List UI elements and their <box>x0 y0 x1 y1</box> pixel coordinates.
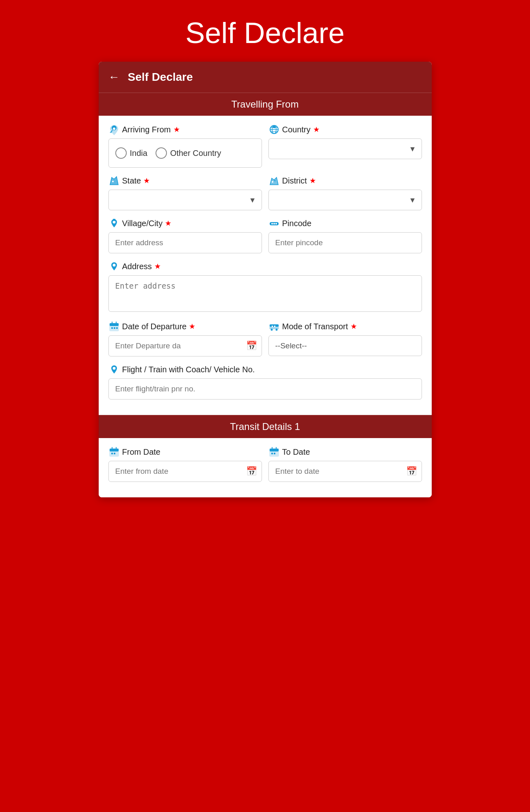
svg-point-30 <box>275 329 277 331</box>
from-date-text: From Date <box>122 447 160 457</box>
svg-point-17 <box>275 223 277 225</box>
state-select[interactable] <box>108 190 262 210</box>
other-country-radio-circle <box>156 147 167 159</box>
country-icon <box>268 124 280 135</box>
flight-col: Flight / Train with Coach/ Vehicle No. <box>108 364 422 400</box>
india-radio-label: India <box>130 149 147 158</box>
to-date-wrapper: 📅 <box>268 461 422 482</box>
address-text: Address <box>122 262 152 271</box>
pincode-label: Pincode <box>268 218 422 229</box>
svg-point-18 <box>112 264 115 267</box>
address-icon <box>108 261 120 272</box>
district-label: District ★ <box>268 175 422 186</box>
phone-container: ← Self Declare Travelling From <box>99 62 432 497</box>
district-text: District <box>282 176 307 186</box>
village-city-required: ★ <box>165 219 171 228</box>
other-country-radio-label: Other Country <box>170 149 221 158</box>
to-date-label: To Date <box>268 446 422 458</box>
from-date-wrapper: 📅 <box>108 461 262 482</box>
svg-point-8 <box>112 181 114 182</box>
flight-row: Flight / Train with Coach/ Vehicle No. <box>108 364 422 400</box>
svg-point-33 <box>112 367 115 370</box>
address-required: ★ <box>154 262 161 271</box>
departure-date-input[interactable] <box>108 335 262 356</box>
district-col: District ★ ▼ <box>268 175 422 210</box>
country-text: Country <box>282 125 311 134</box>
arriving-from-required: ★ <box>173 125 180 134</box>
village-city-input[interactable] <box>108 232 262 253</box>
arriving-from-icon <box>108 124 120 135</box>
village-col: Village/City ★ <box>108 218 262 253</box>
village-city-icon <box>108 218 120 229</box>
flight-label: Flight / Train with Coach/ Vehicle No. <box>108 364 422 375</box>
svg-rect-13 <box>113 219 115 220</box>
transport-required: ★ <box>350 322 357 331</box>
svg-rect-31 <box>272 326 273 327</box>
header-title: Self Declare <box>128 71 193 84</box>
departure-icon <box>108 321 120 332</box>
svg-rect-32 <box>274 326 275 327</box>
svg-point-29 <box>270 329 273 331</box>
arriving-from-radio-group: India Other Country <box>108 138 262 168</box>
flight-input[interactable] <box>108 378 422 400</box>
form-body: Arriving From ★ India Other Country <box>99 116 432 415</box>
transport-label: Mode of Transport ★ <box>268 321 422 332</box>
svg-rect-23 <box>111 327 113 329</box>
svg-point-11 <box>112 221 115 224</box>
country-select-wrapper: ▼ <box>268 138 422 159</box>
transport-select-wrapper: --Select-- <box>268 335 422 356</box>
state-label: State ★ <box>108 175 262 186</box>
svg-point-34 <box>113 365 115 367</box>
state-select-wrapper: ▼ <box>108 190 262 210</box>
svg-rect-20 <box>110 323 119 326</box>
address-textarea[interactable] <box>108 275 422 312</box>
india-radio-circle <box>115 147 127 159</box>
transit-details-header: Transit Details 1 <box>99 415 432 438</box>
other-country-radio[interactable]: Other Country <box>156 147 221 159</box>
from-date-input[interactable] <box>108 461 262 482</box>
svg-point-10 <box>274 180 275 181</box>
flight-text: Flight / Train with Coach/ Vehicle No. <box>122 365 255 374</box>
district-select-wrapper: ▼ <box>268 190 422 210</box>
country-col: Country ★ ▼ <box>268 124 422 168</box>
to-date-input[interactable] <box>268 461 422 482</box>
svg-point-16 <box>273 223 275 225</box>
pincode-input[interactable] <box>268 232 422 253</box>
svg-rect-42 <box>270 449 279 451</box>
arriving-from-text: Arriving From <box>122 125 171 134</box>
district-select[interactable] <box>268 190 422 210</box>
departure-text: Date of Departure <box>122 322 187 331</box>
country-select[interactable] <box>268 138 422 159</box>
transit-dates-row: From Date 📅 <box>108 446 422 482</box>
svg-rect-40 <box>114 453 115 454</box>
pincode-col: Pincode <box>268 218 422 253</box>
departure-date-wrapper: 📅 <box>108 335 262 356</box>
back-button[interactable]: ← <box>108 71 120 84</box>
svg-rect-39 <box>111 453 113 454</box>
to-date-col: To Date 📅 <box>268 446 422 482</box>
svg-point-15 <box>271 223 273 225</box>
india-radio[interactable]: India <box>115 147 147 159</box>
from-date-icon <box>108 446 120 458</box>
state-col: State ★ ▼ <box>108 175 262 210</box>
address-label: Address ★ <box>108 261 422 272</box>
transport-select[interactable]: --Select-- <box>268 335 422 356</box>
header-bar: ← Self Declare <box>99 62 432 93</box>
address-col: Address ★ <box>108 261 422 313</box>
departure-col: Date of Departure ★ 📅 <box>108 321 262 356</box>
transport-icon <box>268 321 280 332</box>
state-district-row: State ★ ▼ <box>108 175 422 210</box>
arriving-from-col: Arriving From ★ India Other Country <box>108 124 262 168</box>
transit-form-body: From Date 📅 <box>99 438 432 497</box>
transport-text: Mode of Transport <box>282 322 348 331</box>
pincode-text: Pincode <box>282 219 312 228</box>
svg-rect-45 <box>271 453 273 454</box>
svg-point-7 <box>273 126 275 128</box>
state-text: State <box>122 176 141 186</box>
svg-rect-24 <box>114 327 115 329</box>
travelling-from-header: Travelling From <box>99 93 432 116</box>
to-date-text: To Date <box>282 447 310 457</box>
pincode-icon <box>268 218 280 229</box>
district-required: ★ <box>309 176 316 185</box>
village-city-label: Village/City ★ <box>108 218 262 229</box>
